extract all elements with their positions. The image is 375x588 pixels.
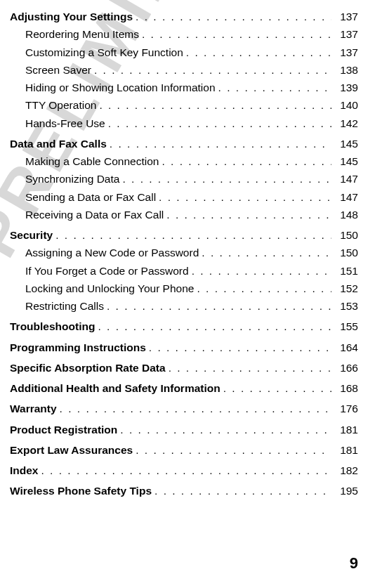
toc-title: If You Forget a Code or Password (25, 263, 189, 279)
toc-page: 150 (331, 227, 358, 243)
toc-entry: Assigning a New Code or Password 150 (10, 244, 358, 261)
toc-title: Making a Cable Connection (25, 153, 159, 169)
toc-page: 155 (331, 318, 358, 334)
toc-page: 137 (331, 44, 358, 60)
toc-dots (159, 153, 331, 169)
toc-title: TTY Operation (25, 97, 96, 113)
toc-dots (117, 422, 331, 438)
toc-title: Wireless Phone Safety Tips (10, 483, 152, 499)
toc-title: Reordering Menu Items (25, 26, 139, 42)
toc-entry: Customizing a Soft Key Function 137 (10, 44, 358, 60)
toc-page: 182 (331, 462, 358, 478)
toc-title: Screen Saver (25, 62, 91, 78)
toc-title: Data and Fax Calls (10, 136, 107, 152)
toc-entry: Additional Health and Safety Information… (10, 380, 358, 396)
toc-page: 166 (331, 360, 358, 376)
toc-title: Specific Absorption Rate Data (10, 360, 166, 376)
toc-entry: Security 150 (10, 227, 358, 243)
toc-entry: TTY Operation 140 (10, 97, 358, 113)
toc-page: 138 (331, 62, 358, 78)
toc-dots (53, 227, 331, 243)
toc-page: 147 (331, 189, 358, 205)
toc-page: 168 (331, 380, 358, 396)
toc-entry: Restricting Calls 153 (10, 298, 358, 314)
toc-dots (104, 298, 331, 314)
toc-page: 142 (331, 115, 358, 131)
toc-dots (139, 26, 331, 42)
toc-title: Troubleshooting (10, 318, 95, 334)
toc-entry: Receiving a Data or Fax Call 148 (10, 207, 358, 223)
toc-entry: Hands-Free Use 142 (10, 115, 358, 131)
toc-page: 145 (331, 136, 358, 152)
toc-page: 164 (331, 339, 358, 355)
toc-title: Hiding or Showing Location Information (25, 79, 216, 96)
toc-dots (133, 8, 331, 25)
toc-entry: Index 182 (10, 462, 358, 478)
toc-title: Warranty (10, 400, 57, 417)
toc-title: Export Law Assurances (10, 442, 133, 458)
toc-page: 150 (331, 244, 358, 261)
toc-entry: Troubleshooting 155 (10, 318, 358, 334)
toc-entry: Screen Saver 138 (10, 62, 358, 78)
toc-dots (95, 318, 331, 334)
toc-entry: Hiding or Showing Location Information 1… (10, 79, 358, 96)
toc-page: 147 (331, 171, 358, 187)
toc-page: 148 (331, 207, 358, 223)
toc-page: 145 (331, 153, 358, 169)
toc-title: Sending a Data or Fax Call (25, 189, 156, 205)
toc-entry: Specific Absorption Rate Data 166 (10, 360, 358, 376)
toc-page: 181 (331, 442, 358, 458)
toc-dots (156, 189, 331, 205)
toc-dots (194, 280, 331, 296)
toc-entry: Sending a Data or Fax Call 147 (10, 189, 358, 205)
toc-page: 176 (331, 400, 358, 417)
toc-title: Hands-Free Use (25, 115, 105, 131)
toc-page: 195 (331, 483, 358, 499)
toc-title: Programming Instructions (10, 339, 146, 355)
toc-dots (189, 263, 331, 279)
toc-entry: Export Law Assurances 181 (10, 442, 358, 458)
toc-dots (38, 462, 331, 478)
toc-entry: Wireless Phone Safety Tips 195 (10, 483, 358, 499)
toc-entry: Making a Cable Connection 145 (10, 153, 358, 169)
toc-title: Adjusting Your Settings (10, 8, 133, 25)
toc-title: Receiving a Data or Fax Call (25, 207, 164, 223)
toc-title: Security (10, 227, 53, 243)
toc-title: Synchronizing Data (25, 171, 119, 187)
toc-dots (152, 483, 331, 499)
toc-dots (166, 360, 331, 376)
toc-title: Additional Health and Safety Information (10, 380, 221, 396)
page-number: 9 (350, 554, 358, 573)
toc-page: 137 (331, 8, 358, 25)
toc-dots (91, 62, 331, 78)
toc-dots (57, 400, 331, 417)
toc-entry: Synchronizing Data 147 (10, 171, 358, 187)
toc-entry: Warranty 176 (10, 400, 358, 417)
toc-entry: Adjusting Your Settings 137 (10, 8, 358, 25)
toc-dots (216, 79, 331, 96)
toc-entry: Locking and Unlocking Your Phone 152 (10, 280, 358, 296)
toc-page: 181 (331, 422, 358, 438)
toc-title: Restricting Calls (25, 298, 104, 314)
toc-title: Assigning a New Code or Password (25, 244, 199, 261)
toc-page: 137 (331, 26, 358, 42)
toc-entry: Data and Fax Calls 145 (10, 136, 358, 152)
toc-dots (133, 442, 331, 458)
toc-dots (183, 44, 331, 60)
toc-dots (199, 244, 331, 261)
toc-title: Product Registration (10, 422, 117, 438)
toc-entry: If You Forget a Code or Password 151 (10, 263, 358, 279)
toc-page: 151 (331, 263, 358, 279)
toc-title: Index (10, 462, 38, 478)
toc-page: 152 (331, 280, 358, 296)
toc-title: Locking and Unlocking Your Phone (25, 280, 194, 296)
toc-entry: Reordering Menu Items 137 (10, 26, 358, 42)
toc-entry: Programming Instructions 164 (10, 339, 358, 355)
toc-content: Adjusting Your Settings 137 Reordering M… (10, 8, 358, 499)
toc-title: Customizing a Soft Key Function (25, 44, 183, 60)
toc-page: 140 (331, 97, 358, 113)
toc-dots (119, 171, 331, 187)
toc-dots (221, 380, 331, 396)
toc-dots (96, 97, 331, 113)
toc-page: 153 (331, 298, 358, 314)
